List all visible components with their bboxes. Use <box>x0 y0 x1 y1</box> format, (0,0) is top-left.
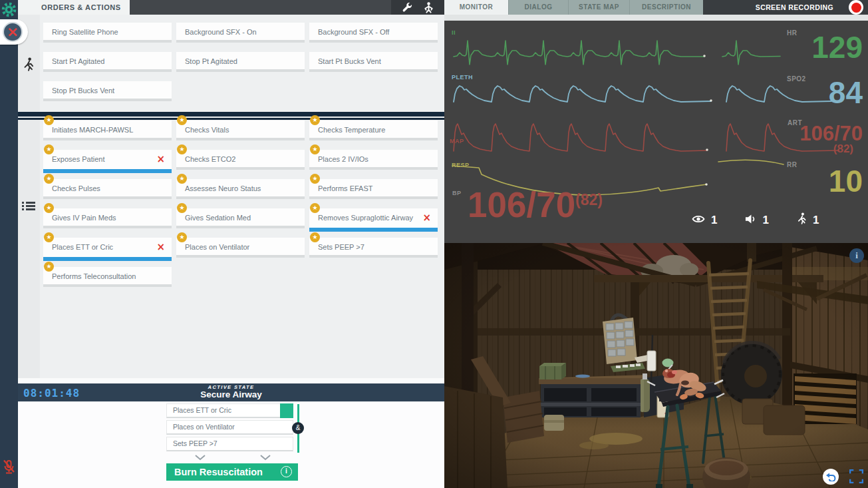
progress-bar <box>309 228 438 232</box>
star-icon: ★ <box>310 232 320 242</box>
checklist-item[interactable]: ★Places 2 IV/IOs <box>309 150 438 170</box>
hr-value: 129 <box>811 32 863 63</box>
star-icon: ★ <box>310 174 320 184</box>
checklist-item-label: Places ETT or Cric <box>52 243 113 251</box>
action-button[interactable]: Ring Satellite Phone <box>43 23 172 43</box>
panel-footer-strip <box>18 378 444 383</box>
checklist-item[interactable]: ★Checks ETCO2 <box>176 150 305 170</box>
star-icon: ★ <box>44 174 54 184</box>
tab-description[interactable]: DESCRIPTION <box>630 0 703 15</box>
checklist-item-label: Performs EFAST <box>318 184 373 192</box>
action-button-label: Ring Satellite Phone <box>52 28 118 36</box>
star-icon: ★ <box>44 144 54 154</box>
rr-label: RR <box>787 161 797 168</box>
screen-recording-bar: SCREEN RECORDING <box>703 0 868 15</box>
and-operator-badge: & <box>292 422 304 434</box>
spo2-value: 84 <box>829 77 863 108</box>
scene-info-button[interactable]: i <box>849 248 864 263</box>
action-button[interactable]: Background SFX - Off <box>309 23 438 43</box>
star-icon: ★ <box>44 262 54 272</box>
checklist-item-label: Assesses Neuro Status <box>185 184 261 192</box>
tab-dialog[interactable]: DIALOG <box>509 0 569 15</box>
checklist-item[interactable]: ★Sets PEEP >7 <box>309 238 438 258</box>
checklist-item-label: Checks Temperature <box>318 126 385 134</box>
action-button[interactable]: Stop Pt Agitated <box>176 52 305 72</box>
3d-scene-viewport[interactable]: i <box>444 243 868 488</box>
speaker-icon <box>745 214 756 227</box>
checklist-item[interactable]: ★Removes Supraglottic Airway× <box>309 208 438 228</box>
run-actions-icon[interactable] <box>23 57 35 72</box>
section-divider <box>18 112 444 118</box>
checklist-icon[interactable] <box>22 200 35 212</box>
bp-value: 106/70(82) <box>468 187 603 222</box>
checklist-grid: ★Initiates MARCH-PAWSL★Checks Vitals★Che… <box>43 121 442 300</box>
state-task[interactable]: Sets PEEP >7 <box>166 437 293 451</box>
state-task-label: Places on Ventilator <box>173 423 235 431</box>
star-icon: ★ <box>310 115 320 125</box>
action-button[interactable]: Start Pt Bucks Vent <box>309 52 438 72</box>
tab-orders-and-actions[interactable]: ORDERS & ACTIONS <box>18 0 130 15</box>
chevron-down-icon <box>195 455 206 461</box>
action-button[interactable]: Background SFX - On <box>176 23 305 43</box>
checklist-item[interactable]: ★Assesses Neuro Status <box>176 179 305 199</box>
fullscreen-icon[interactable] <box>849 469 863 483</box>
record-button[interactable] <box>849 0 863 15</box>
checklist-item-label: Exposes Patient <box>52 155 105 163</box>
action-button-label: Start Pt Agitated <box>52 57 105 65</box>
bp-mean-value: (82) <box>575 191 603 208</box>
checklist-item[interactable]: ★Exposes Patient× <box>43 150 172 170</box>
left-nav-rail <box>0 0 18 488</box>
undo-icon <box>826 473 836 481</box>
counter-value: 1 <box>711 214 717 227</box>
failed-x-icon: × <box>156 238 165 257</box>
checklist-item-label: Removes Supraglottic Airway <box>318 214 413 222</box>
mic-muted-icon[interactable] <box>2 459 16 475</box>
checklist-item-label: Performs Teleconsultation <box>52 272 136 280</box>
art-mean-value: (82) <box>833 142 853 156</box>
star-icon: ★ <box>177 232 187 242</box>
checklist-item-label: Checks Vitals <box>185 126 229 134</box>
checklist-item[interactable]: ★Gives IV Pain Meds <box>43 208 172 228</box>
star-icon: ★ <box>310 144 320 154</box>
undo-view-button[interactable] <box>823 469 839 485</box>
right-tabs: MONITORDIALOGSTATE MAPDESCRIPTION <box>444 0 703 15</box>
info-icon[interactable]: i <box>281 466 292 477</box>
star-icon: ★ <box>177 144 187 154</box>
checklist-item[interactable]: ★Places on Ventilator <box>176 238 305 258</box>
checklist-item-label: Gives IV Pain Meds <box>52 214 116 222</box>
screen-recording-label: SCREEN RECORDING <box>756 0 833 15</box>
tab-monitor[interactable]: MONITOR <box>444 0 509 15</box>
star-icon: ★ <box>44 203 54 213</box>
close-scenario-button[interactable]: × <box>0 19 28 45</box>
spo2-label: SPO2 <box>787 75 806 83</box>
checklist-item[interactable]: ★Initiates MARCH-PAWSL <box>43 121 172 140</box>
action-button[interactable]: Start Pt Agitated <box>43 52 172 72</box>
action-button[interactable]: Stop Pt Bucks Vent <box>43 81 172 101</box>
action-button-label: Stop Pt Agitated <box>185 57 237 65</box>
checklist-item-label: Checks Pulses <box>52 184 100 192</box>
tab-state-map[interactable]: STATE MAP <box>569 0 630 15</box>
checklist-item[interactable]: ★Checks Vitals <box>176 121 305 140</box>
orders-actions-panel: ORDERS & ACTIONS Ring Satellite PhoneBac… <box>18 0 444 488</box>
settings-button[interactable] <box>1 2 17 17</box>
record-icon <box>851 3 861 13</box>
next-state-button[interactable]: Burn Resuscitation i <box>166 463 298 481</box>
checklist-item[interactable]: ★Gives Sedation Med <box>176 208 305 228</box>
action-button-label: Start Pt Bucks Vent <box>318 57 381 65</box>
monitor-counters: 111 <box>692 212 819 228</box>
checklist-item[interactable]: ★Performs Teleconsultation <box>43 267 172 287</box>
state-task-list: Places ETT or CricPlaces on VentilatorSe… <box>166 403 293 453</box>
checklist-item[interactable]: ★Checks Temperature <box>309 121 438 140</box>
star-icon: ★ <box>44 232 54 242</box>
state-task[interactable]: Places on Ventilator <box>166 420 293 435</box>
checklist-item[interactable]: ★Performs EFAST <box>309 179 438 199</box>
failed-x-icon: × <box>156 150 165 169</box>
state-task[interactable]: Places ETT or Cric <box>166 403 293 418</box>
monitor-counter: 1 <box>745 214 768 227</box>
manikin-icon[interactable] <box>422 1 435 14</box>
checklist-item[interactable]: ★Checks Pulses <box>43 179 172 199</box>
checklist-item[interactable]: ★Places ETT or Cric× <box>43 238 172 258</box>
session-timer: 08:01:48 <box>23 387 80 399</box>
wrench-icon[interactable] <box>400 1 413 14</box>
chevron-down-icon <box>260 455 271 461</box>
